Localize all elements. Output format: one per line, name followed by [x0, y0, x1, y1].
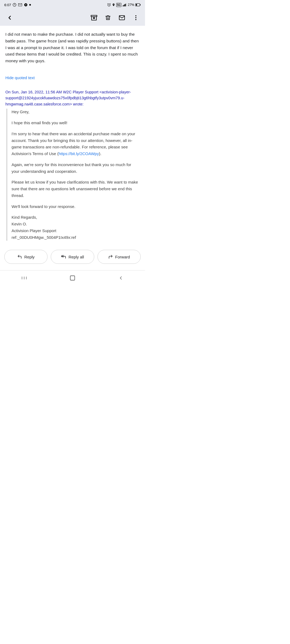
more-icon: [135, 14, 137, 21]
forward-button[interactable]: Forward: [97, 250, 141, 264]
reply-label: Reply: [24, 255, 34, 259]
svg-point-16: [135, 19, 136, 20]
reply-icon: [17, 254, 22, 259]
back-nav-icon: [118, 275, 124, 281]
reply-button[interactable]: Reply: [4, 250, 48, 264]
quoted-line-1: Hey Grey,: [12, 109, 140, 115]
alarm-icon: [107, 3, 111, 7]
clock-icon: [13, 3, 16, 7]
quoted-signature: Kind Regards,Kevin O.Activision Player S…: [12, 214, 140, 241]
quoted-line-6: We'll look forward to your response.: [12, 203, 140, 210]
quoted-line-5: Please let us know if you have clarifica…: [12, 179, 140, 199]
home-icon: [70, 275, 75, 281]
bottom-nav: [0, 270, 145, 285]
svg-rect-5: [124, 5, 124, 6]
mark-unread-button[interactable]: [116, 12, 128, 24]
network-badge: 5G: [116, 3, 121, 7]
sender-email-link[interactable]: activision-player-support@21924yjucokfua…: [5, 90, 131, 106]
battery-percent: 27%: [128, 3, 134, 7]
status-bar: 6:07 5G 27%: [0, 0, 145, 10]
delete-icon: [105, 14, 111, 21]
quoted-line-2: I hope this email finds you well!: [12, 120, 140, 126]
location-icon: [112, 3, 115, 7]
mail-icon: [119, 14, 125, 21]
svg-rect-6: [124, 4, 125, 6]
email-body-text: I did not mean to make the purchase. I d…: [5, 31, 140, 64]
svg-rect-10: [140, 4, 140, 6]
svg-rect-4: [123, 5, 123, 6]
quoted-line-4: Again, we're sorry for this inconvenienc…: [12, 162, 140, 175]
svg-rect-20: [70, 276, 75, 280]
nav-recent-apps-button[interactable]: [16, 273, 32, 283]
nav-back-button[interactable]: [113, 273, 129, 283]
tos-link[interactable]: https://bit.ly/2COAWpy: [59, 151, 99, 156]
nav-home-button[interactable]: [64, 273, 81, 283]
battery-icon: [135, 3, 141, 6]
reply-all-label: Reply all: [68, 255, 84, 259]
action-buttons-row: Reply Reply all Forward: [0, 243, 145, 268]
toolbar: [0, 10, 145, 26]
play-icon: [24, 3, 28, 7]
gmail-icon: [18, 3, 22, 7]
recent-apps-icon: [21, 276, 27, 280]
quoted-line-3: I'm sorry to hear that there was an acci…: [12, 131, 140, 157]
forward-icon: [108, 254, 113, 259]
svg-point-15: [135, 17, 136, 18]
notification-dot: [29, 4, 31, 6]
hide-quoted-text-link[interactable]: Hide quoted text: [5, 75, 35, 81]
reply-all-icon: [61, 254, 66, 259]
svg-rect-11: [136, 4, 137, 6]
more-button[interactable]: [130, 12, 142, 24]
status-right: 5G 27%: [107, 3, 141, 7]
time: 6:07: [4, 3, 11, 7]
archive-button[interactable]: [88, 12, 100, 24]
email-content: I did not mean to make the purchase. I d…: [0, 26, 145, 243]
reply-all-button[interactable]: Reply all: [51, 250, 94, 264]
svg-rect-7: [125, 4, 126, 6]
delete-button[interactable]: [102, 12, 114, 24]
status-left: 6:07: [4, 3, 31, 7]
forward-label: Forward: [115, 255, 130, 259]
svg-rect-8: [126, 3, 127, 6]
quoted-body: Hey Grey, I hope this email finds you we…: [6, 109, 140, 241]
svg-rect-12: [91, 15, 97, 17]
quoted-section: On Sun, Jan 16, 2022, 11:56 AM W2C Playe…: [5, 89, 140, 241]
quoted-header: On Sun, Jan 16, 2022, 11:56 AM W2C Playe…: [5, 89, 140, 107]
archive-icon: [91, 14, 97, 21]
svg-point-14: [135, 15, 136, 16]
signal-icon: [122, 3, 127, 6]
back-button[interactable]: [3, 11, 16, 24]
